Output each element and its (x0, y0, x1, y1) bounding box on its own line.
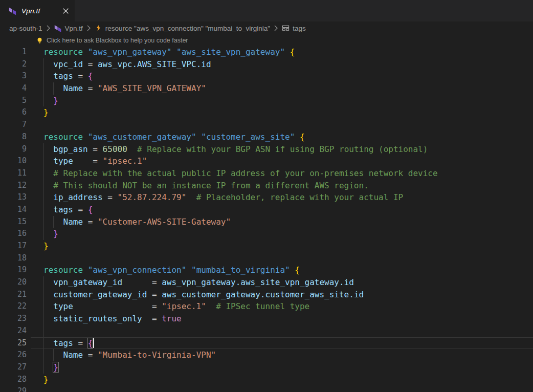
code-text[interactable]: type = "ipsec.1" # IPSec tunnel type (43, 300, 533, 313)
code-text[interactable]: vpn_gateway_id = aws_vpn_gateway.aws_sit… (43, 276, 533, 289)
code-line[interactable]: 17} (0, 240, 533, 252)
code-text[interactable]: resource "aws_vpn_gateway" "aws_site_vpn… (43, 46, 533, 58)
code-line[interactable]: 28} (0, 374, 533, 386)
line-number[interactable]: 16 (0, 228, 27, 240)
breadcrumb-item-resource[interactable]: resource "aws_vpn_connection" "mumbai_to… (95, 24, 270, 32)
code-text[interactable]: bgp_asn = 65000 # Replace with your BGP … (43, 143, 533, 156)
code-text[interactable]: resource "aws_customer_gateway" "custome… (43, 131, 533, 143)
line-number[interactable]: 7 (0, 119, 27, 131)
code-line[interactable]: 24 (0, 325, 533, 337)
line-number[interactable]: 24 (0, 325, 27, 337)
code-text[interactable]: } (43, 95, 533, 107)
line-number[interactable]: 19 (0, 264, 27, 276)
line-number[interactable]: 27 (0, 361, 27, 374)
code-line[interactable]: 23 static_routes_only = true (0, 313, 533, 325)
line-number[interactable]: 29 (0, 385, 27, 392)
code-line[interactable]: 12 # This should NOT be an instance IP f… (0, 180, 533, 192)
line-number[interactable]: 26 (0, 349, 27, 361)
code-text[interactable]: tags = { (43, 70, 533, 82)
line-number[interactable]: 5 (0, 95, 27, 107)
code-text[interactable]: ip_address = "52.87.224.79" # Placeholde… (43, 191, 533, 204)
code-line[interactable]: 22 type = "ipsec.1" # IPSec tunnel type (0, 300, 533, 313)
breadcrumb-item-ap-south-1[interactable]: ap-south-1 (9, 25, 42, 32)
code-line[interactable]: 10 type = "ipsec.1" (0, 155, 533, 167)
line-number[interactable]: 2 (0, 58, 27, 71)
code-line[interactable]: 1resource "aws_vpn_gateway" "aws_site_vp… (0, 46, 533, 58)
code-line[interactable]: 26 Name = "Mumbai-to-Virginia-VPN" (0, 349, 533, 361)
code-text[interactable] (43, 119, 533, 131)
line-number[interactable]: 17 (0, 240, 27, 252)
code-line[interactable]: 18 (0, 252, 533, 265)
line-number[interactable]: 18 (0, 252, 27, 265)
code-editor[interactable]: 1resource "aws_vpn_gateway" "aws_site_vp… (0, 46, 533, 392)
code-line[interactable]: 2 vpc_id = aws_vpc.AWS_SITE_VPC.id (0, 58, 533, 71)
line-number[interactable]: 13 (0, 191, 27, 204)
code-text[interactable]: static_routes_only = true (43, 313, 533, 325)
breadcrumb-item-tags[interactable]: tags (282, 24, 306, 32)
code-line[interactable]: 21 customer_gateway_id = aws_customer_ga… (0, 289, 533, 301)
code-text[interactable]: vpc_id = aws_vpc.AWS_SITE_VPC.id (43, 58, 533, 71)
code-text[interactable] (43, 252, 533, 265)
line-number[interactable]: 3 (0, 70, 27, 82)
code-line[interactable]: 14 tags = { (0, 204, 533, 216)
blackbox-hint[interactable]: Click here to ask Blackbox to help you c… (0, 35, 533, 46)
line-number[interactable]: 21 (0, 289, 27, 301)
code-text[interactable]: } (43, 106, 533, 119)
code-line[interactable]: 8resource "aws_customer_gateway" "custom… (0, 131, 533, 143)
code-text[interactable]: # This should NOT be an instance IP from… (43, 180, 533, 192)
code-line[interactable]: 3 tags = { (0, 70, 533, 82)
line-number[interactable]: 12 (0, 180, 27, 192)
breadcrumb-item-vpn.tf[interactable]: Vpn.tf (54, 24, 83, 32)
line-number[interactable]: 9 (0, 143, 27, 156)
line-number[interactable]: 1 (0, 46, 27, 58)
line-number[interactable]: 22 (0, 300, 27, 313)
code-line[interactable]: 29 (0, 385, 533, 392)
line-number[interactable]: 6 (0, 106, 27, 119)
line-number[interactable]: 10 (0, 155, 27, 167)
line-number[interactable]: 8 (0, 131, 27, 143)
code-line[interactable]: 4 Name = "AWS_SITE_VPN_GATEWAY" (0, 82, 533, 95)
line-number[interactable]: 11 (0, 167, 27, 180)
breadcrumb-label: Vpn.tf (65, 25, 83, 32)
indent-guide (43, 276, 44, 289)
line-number[interactable]: 20 (0, 276, 27, 289)
line-number[interactable]: 28 (0, 374, 27, 386)
code-text[interactable]: type = "ipsec.1" (43, 155, 533, 167)
code-line[interactable]: 16 } (0, 228, 533, 240)
code-text[interactable]: } (43, 228, 533, 240)
line-number[interactable]: 15 (0, 216, 27, 228)
indent-guide (43, 216, 44, 228)
code-text[interactable]: tags = { (43, 337, 533, 350)
code-text[interactable]: Name = "Mumbai-to-Virginia-VPN" (43, 349, 533, 361)
indent-guide (43, 167, 44, 180)
line-number[interactable]: 4 (0, 82, 27, 95)
code-text[interactable]: # Replace with the actual public IP addr… (43, 167, 533, 180)
code-line[interactable]: 20 vpn_gateway_id = aws_vpn_gateway.aws_… (0, 276, 533, 289)
code-line[interactable]: 19resource "aws_vpn_connection" "mumbai_… (0, 264, 533, 276)
line-number[interactable]: 14 (0, 204, 27, 216)
code-text[interactable]: Name = "Customer-AWS-SITE-Gateway" (43, 216, 533, 228)
close-icon[interactable] (61, 7, 70, 15)
code-line[interactable]: 15 Name = "Customer-AWS-SITE-Gateway" (0, 216, 533, 228)
code-line[interactable]: 13 ip_address = "52.87.224.79" # Placeho… (0, 191, 533, 204)
code-line[interactable]: 6} (0, 106, 533, 119)
code-line[interactable]: 7 (0, 119, 533, 131)
code-line[interactable]: 5 } (0, 95, 533, 107)
line-number[interactable]: 23 (0, 313, 27, 325)
code-text[interactable]: } (43, 374, 533, 386)
tab-vpn-tf[interactable]: Vpn.tf (0, 0, 75, 21)
code-text[interactable]: } (43, 240, 533, 252)
indent-guide (43, 228, 44, 240)
code-line[interactable]: 9 bgp_asn = 65000 # Replace with your BG… (0, 143, 533, 156)
code-text[interactable]: tags = { (43, 204, 533, 216)
code-line[interactable]: 25 tags = { (0, 337, 533, 350)
line-number[interactable]: 25 (0, 337, 27, 350)
code-line[interactable]: 27 } (0, 361, 533, 374)
code-text[interactable]: } (43, 361, 533, 374)
code-text[interactable]: Name = "AWS_SITE_VPN_GATEWAY" (43, 82, 533, 95)
code-line[interactable]: 11 # Replace with the actual public IP a… (0, 167, 533, 180)
code-text[interactable] (43, 325, 533, 337)
code-text[interactable]: customer_gateway_id = aws_customer_gatew… (43, 289, 533, 301)
code-text[interactable]: resource "aws_vpn_connection" "mumbai_to… (43, 264, 533, 276)
code-text[interactable] (43, 385, 533, 392)
